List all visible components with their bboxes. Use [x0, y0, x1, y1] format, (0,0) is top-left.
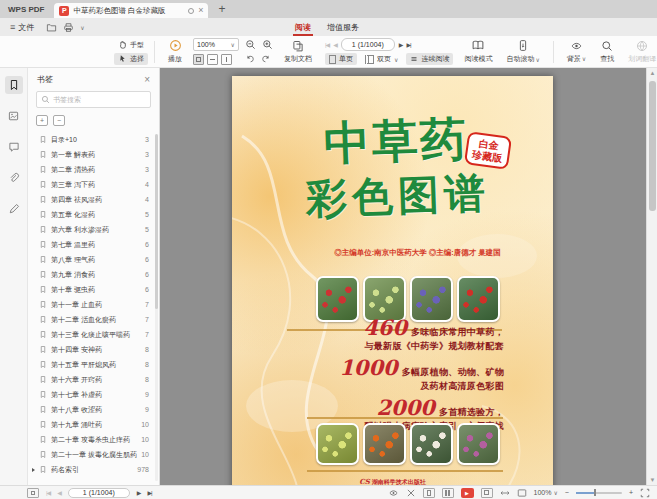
single-page-button[interactable]: 单页 — [325, 53, 357, 65]
tab-close-icon[interactable]: × — [198, 6, 203, 15]
zoom-out-icon[interactable] — [245, 39, 256, 50]
first-page-icon[interactable]: |◀ — [46, 489, 50, 496]
expand-caret-icon[interactable] — [32, 468, 35, 472]
play-button[interactable]: 播放 — [161, 39, 189, 64]
comments-panel-button[interactable] — [5, 138, 23, 156]
document-area[interactable]: 中草药 彩色图谱 白金 珍藏版 ◎主编单位:南京中医药大学 ◎主编:唐德才 巢建… — [160, 68, 657, 485]
hand-tool-button[interactable]: 手型 — [114, 39, 148, 51]
zoom-in-icon[interactable] — [262, 39, 273, 50]
open-folder-icon[interactable] — [46, 22, 57, 33]
bookmark-list-item[interactable]: 第九章 消食药 6 — [28, 267, 159, 282]
bookmarks-panel-button[interactable] — [5, 76, 23, 94]
bookmark-list-item[interactable]: 第七章 温里药 6 — [28, 237, 159, 252]
rotate-left-icon[interactable] — [245, 54, 255, 64]
bookmark-list-item[interactable]: 第二章 清热药 3 — [28, 162, 159, 177]
status-page-field[interactable]: 1 (1/1004) — [68, 488, 130, 498]
bookmark-list-item[interactable]: 第二十章 攻毒杀虫止痒药 10 — [28, 432, 159, 447]
fit-width-icon[interactable] — [500, 488, 510, 498]
crossing-arrows-icon[interactable] — [406, 488, 416, 498]
expand-all-icon[interactable]: + — [36, 115, 48, 126]
stat-number: 460 — [363, 319, 407, 338]
bookmark-list-item[interactable]: 第十章 驱虫药 6 — [28, 282, 159, 297]
tab-reading[interactable]: 阅读 — [287, 18, 319, 36]
printer-icon[interactable] — [63, 22, 74, 33]
signature-panel-button[interactable] — [5, 200, 23, 218]
bookmark-list-item[interactable]: 第十四章 安神药 8 — [28, 342, 159, 357]
copy-document-button[interactable]: 复制文档 — [277, 40, 319, 64]
chevron-down-icon[interactable]: ∨ — [80, 24, 84, 31]
actual-size-icon[interactable] — [221, 54, 232, 65]
find-button[interactable]: 查找 — [593, 40, 621, 64]
chevron-down-icon: ∨ — [231, 41, 235, 48]
last-page-icon[interactable]: ▶| — [406, 41, 410, 48]
prev-page-icon[interactable]: ◀ — [333, 41, 337, 48]
bookmark-list-item[interactable]: 第十三章 化痰止咳平喘药 7 — [28, 327, 159, 342]
status-zoom-select[interactable]: 100% ∨ — [534, 489, 558, 496]
fullscreen-icon[interactable] — [640, 488, 650, 498]
thumbnails-panel-button[interactable] — [5, 107, 23, 125]
thumbnail-toggle-icon[interactable] — [27, 488, 39, 498]
read-mode-button[interactable]: 阅读模式 — [457, 39, 499, 64]
tab-status-icon[interactable] — [188, 8, 194, 14]
zoom-slider-handle[interactable] — [594, 489, 596, 496]
single-page-icon[interactable] — [423, 488, 435, 498]
zoom-in-button[interactable]: + — [629, 489, 633, 496]
reading-window-icon[interactable] — [517, 488, 527, 498]
zoom-out-button[interactable]: − — [565, 489, 569, 496]
rotate-right-icon[interactable] — [261, 54, 271, 64]
new-tab-button[interactable]: + — [208, 2, 235, 18]
zoom-slider[interactable] — [576, 492, 622, 494]
sidebar-scrollbar[interactable] — [155, 134, 158, 481]
bookmark-list-item[interactable]: 第十一章 止血药 7 — [28, 297, 159, 312]
attachments-panel-button[interactable] — [5, 169, 23, 187]
double-page-button[interactable]: 双页 ∨ — [361, 53, 402, 65]
double-page-icon[interactable] — [442, 488, 454, 498]
copy-document-label: 复制文档 — [284, 54, 312, 64]
collapse-all-icon[interactable]: − — [53, 115, 65, 126]
bookmark-search-box[interactable] — [36, 91, 151, 108]
bookmark-list-item[interactable]: 第十九章 涌吐药 10 — [28, 417, 159, 432]
bookmark-list-item[interactable]: 第一章 解表药 3 — [28, 147, 159, 162]
first-page-icon[interactable]: |◀ — [325, 41, 329, 48]
scroll-up-icon[interactable]: ▲ — [647, 70, 657, 76]
sidebar-close-icon[interactable]: × — [144, 74, 150, 85]
bookmark-list-item[interactable]: 第三章 泻下药 4 — [28, 177, 159, 192]
bookmark-list-item[interactable]: 目录+10 3 — [28, 132, 159, 147]
eye-icon[interactable] — [388, 488, 399, 498]
app-brand[interactable]: WPS PDF — [0, 5, 54, 18]
fit-width-icon[interactable] — [207, 54, 218, 65]
fit-page-icon[interactable] — [481, 488, 493, 498]
bookmark-list-item[interactable]: 第十七章 补虚药 9 — [28, 387, 159, 402]
background-button[interactable]: 背景∨ — [560, 40, 593, 64]
bookmark-list-item[interactable]: 第二十一章 拔毒化腐生肌药 10 — [28, 447, 159, 462]
next-page-icon[interactable]: ▶ — [399, 41, 403, 48]
tab-value-services[interactable]: 增值服务 — [319, 18, 367, 36]
scrollbar-thumb[interactable] — [649, 81, 656, 211]
prev-page-icon[interactable]: ◀ — [57, 489, 61, 496]
bookmark-list-item[interactable]: 药名索引 978 — [28, 462, 159, 477]
play-slideshow-button[interactable]: ▶ — [461, 488, 474, 498]
word-translate-button[interactable]: 划词翻译 — [621, 40, 657, 64]
last-page-icon[interactable]: ▶| — [147, 489, 151, 496]
chevron-down-icon: ∨ — [394, 56, 398, 63]
bookmark-list-item[interactable]: 第十五章 平肝熄风药 8 — [28, 357, 159, 372]
bookmark-list-item[interactable]: 第六章 利水渗湿药 5 — [28, 222, 159, 237]
vertical-scrollbar[interactable]: ▲ ▼ — [646, 68, 657, 485]
bookmark-list-item[interactable]: 第五章 化湿药 5 — [28, 207, 159, 222]
continuous-read-button[interactable]: 连续阅读 — [406, 53, 453, 65]
select-tool-button[interactable]: 选择 — [114, 53, 148, 65]
bookmark-search-input[interactable] — [53, 96, 146, 103]
bookmark-list-item[interactable]: 第十二章 活血化瘀药 7 — [28, 312, 159, 327]
bookmark-list-item[interactable]: 第十八章 收涩药 9 — [28, 402, 159, 417]
zoom-select[interactable]: 100% ∨ — [193, 38, 239, 51]
fit-page-icon[interactable] — [193, 54, 204, 65]
document-tab[interactable]: P 中草药彩色图谱 白金珍藏版 × — [54, 3, 208, 18]
bookmark-list-item[interactable]: 第八章 理气药 6 — [28, 252, 159, 267]
scroll-down-icon[interactable]: ▼ — [647, 477, 657, 483]
auto-scroll-button[interactable]: 自动滚动∨ — [499, 39, 546, 64]
file-menu[interactable]: ≡ 文件 — [10, 22, 34, 33]
page-number-field[interactable]: 1 (1/1004) — [341, 38, 395, 51]
next-page-icon[interactable]: ▶ — [137, 489, 141, 496]
bookmark-list-item[interactable]: 第四章 祛风湿药 4 — [28, 192, 159, 207]
bookmark-list-item[interactable]: 第十六章 开窍药 8 — [28, 372, 159, 387]
